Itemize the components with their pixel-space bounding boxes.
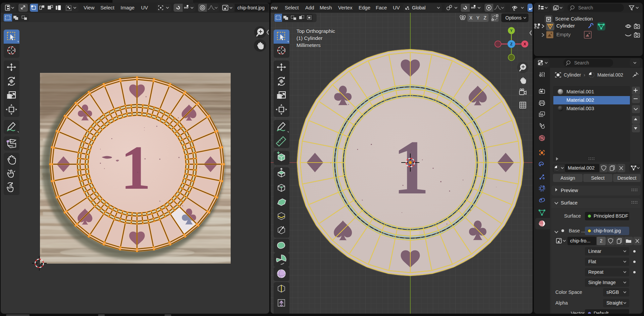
svg-text:Z: Z [510, 42, 512, 46]
svg-text:Y: Y [510, 29, 513, 33]
svg-text:1: 1 [121, 133, 151, 202]
svg-text:X: X [523, 42, 526, 46]
